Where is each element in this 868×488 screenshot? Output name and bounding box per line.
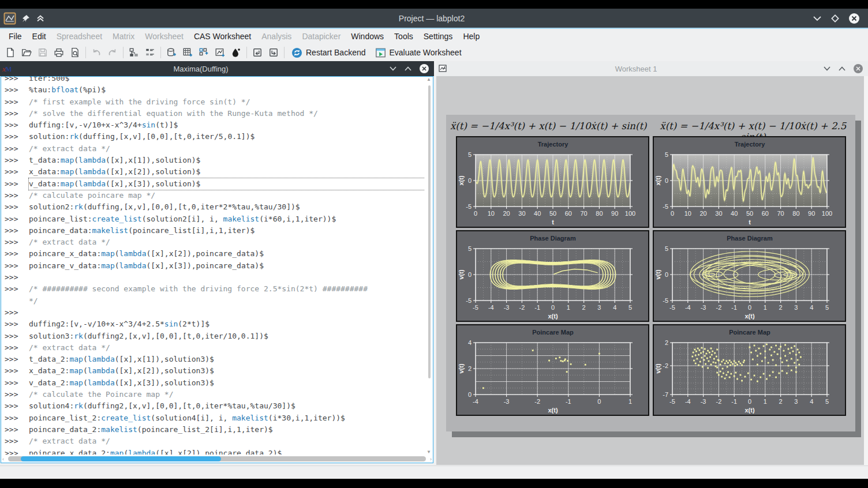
window-title: Project — labplot2 <box>73 14 791 23</box>
svg-text:-2: -2 <box>534 398 540 405</box>
svg-text:-1: -1 <box>566 398 571 405</box>
maxima-logo-icon: xM <box>0 64 13 73</box>
code-line: >>> <box>5 272 425 283</box>
menu-edit[interactable]: Edit <box>27 30 51 43</box>
plot-svg-poincare-2: -5-4-3-2-10123452-2-7Poincare Mapx(t)v(t… <box>654 325 845 415</box>
worksheet-minimize-button[interactable] <box>823 66 831 72</box>
scroll-right-arrow-icon[interactable]: › <box>430 456 432 462</box>
import-button[interactable] <box>249 45 265 60</box>
plot-panel-poincare-1[interactable]: -4-3-2-101024Poincare Mapx(t)v(t) <box>456 324 649 416</box>
properties-explorer-button[interactable] <box>142 45 158 60</box>
editor-horizontal-scrollbar[interactable] <box>8 456 426 461</box>
restart-backend-icon <box>291 47 302 58</box>
new-worksheet-button[interactable] <box>212 45 228 60</box>
worksheet-scrollbar-track[interactable] <box>864 76 868 465</box>
svg-text:Phase Diagram: Phase Diagram <box>727 235 773 242</box>
menu-windows[interactable]: Windows <box>346 30 389 43</box>
svg-text:1: 1 <box>764 398 767 405</box>
evaluate-worksheet-button[interactable]: Evaluate Worksheet <box>371 45 466 60</box>
open-folder-button[interactable] <box>18 45 35 60</box>
print-button[interactable] <box>51 45 67 60</box>
new-worksheet-icon <box>215 47 225 58</box>
code-line-text: solution2:rk(duffing,[x,v],[0,0],[t,0,it… <box>29 201 425 213</box>
plot-panel-trajectory-1[interactable]: 0102030405060708090100-505Trajectorytx(t… <box>456 136 649 228</box>
pin-icon[interactable] <box>22 14 30 22</box>
svg-text:0: 0 <box>597 398 601 405</box>
worksheet-restore-button[interactable] <box>838 66 846 72</box>
minimize-button[interactable] <box>813 15 822 22</box>
plot-panel-trajectory-2[interactable]: 0102030405060708090100-505Trajectorytx(t… <box>653 136 846 228</box>
prompt: >>> <box>5 307 29 318</box>
svg-text:Poincare Map: Poincare Map <box>532 329 574 336</box>
restart-backend-button[interactable]: Restart Backend <box>287 45 371 60</box>
code-line-text: */ <box>29 295 425 307</box>
maximize-button[interactable] <box>831 14 839 22</box>
toolbar-separator <box>246 47 247 58</box>
plot-panel-poincare-2[interactable]: -5-4-3-2-10123452-2-7Poincare Mapx(t)v(t… <box>653 324 846 416</box>
plot-panel-phase-2[interactable]: -5-4-3-2-1012345-505Phase Diagramx(t)v(t… <box>653 230 846 322</box>
cas-subwindow-titlebar[interactable]: xM Maxima(Duffing) <box>0 61 434 76</box>
menu-cas-worksheet[interactable]: CAS Worksheet <box>189 30 256 43</box>
editor-vertical-scrollbar[interactable]: ▲ ▼ <box>427 78 432 453</box>
horizontal-scroll-thumb[interactable] <box>21 456 222 461</box>
svg-text:5: 5 <box>665 151 668 158</box>
scroll-up-arrow-icon[interactable]: ▲ <box>426 77 431 82</box>
code-line-text: solution3:rk(duffing2,[x,v],[0,0],[t,0,i… <box>29 331 425 342</box>
new-file-button[interactable] <box>2 45 18 60</box>
cas-minimize-button[interactable] <box>389 66 397 72</box>
svg-text:v(t): v(t) <box>654 269 661 279</box>
code-line: >>>/* calculate poincare map */ <box>5 190 425 201</box>
labplot-window: Project — labplot2 FileEditSpreadsheetMa… <box>0 9 868 479</box>
cas-worksheet-subwindow: xM Maxima(Duffing) >>>iter:500$>>>%tau:b… <box>0 61 434 465</box>
svg-text:x(t): x(t) <box>548 407 558 414</box>
new-workbook-button[interactable] <box>196 45 212 60</box>
scroll-down-arrow-icon[interactable]: ▼ <box>426 449 431 455</box>
svg-text:2: 2 <box>665 339 668 346</box>
svg-text:-1: -1 <box>731 304 737 311</box>
undo-button <box>88 45 104 60</box>
svg-text:-2: -2 <box>716 304 722 311</box>
svg-text:90: 90 <box>808 210 815 217</box>
prompt: >>> <box>5 424 29 436</box>
cas-close-button[interactable] <box>419 63 429 74</box>
plot-svg-trajectory-2: 0102030405060708090100-505Trajectorytx(t… <box>654 137 845 227</box>
worksheet-close-button[interactable] <box>853 63 863 74</box>
toolbar-separator <box>160 47 161 58</box>
cas-restore-button[interactable] <box>404 66 412 72</box>
svg-text:x(t): x(t) <box>744 407 754 414</box>
prompt: >>> <box>5 84 29 96</box>
svg-text:30: 30 <box>715 210 722 217</box>
print-preview-button[interactable] <box>67 45 83 60</box>
menu-settings[interactable]: Settings <box>418 30 458 43</box>
code-line: >>>v_data_2:map(lambda([x],x[3]),solutio… <box>5 377 425 389</box>
svg-text:5: 5 <box>825 304 829 311</box>
new-matrix-button[interactable] <box>179 45 196 60</box>
new-spreadsheet-button[interactable] <box>163 45 179 60</box>
plot-panel-phase-1[interactable]: -5-4-3-2-1012345-505Phase Diagramx(t)v(t… <box>456 230 649 322</box>
menu-file[interactable]: File <box>3 30 27 43</box>
new-matrix-icon <box>182 47 193 58</box>
prompt: >>> <box>5 354 29 365</box>
color-drop-button[interactable] <box>228 45 244 60</box>
project-explorer-button[interactable] <box>126 45 142 60</box>
menu-tools[interactable]: Tools <box>389 30 418 43</box>
menu-matrix: Matrix <box>107 30 140 43</box>
svg-text:M: M <box>5 65 11 73</box>
scroll-left-arrow-icon[interactable]: ‹ <box>2 456 4 462</box>
menu-help[interactable]: Help <box>458 30 485 43</box>
maxima-code-area[interactable]: >>>iter:500$>>>%tau:bfloat(%pi)$>>>/* fi… <box>5 77 425 455</box>
maxima-session-editor[interactable]: >>>iter:500$>>>%tau:bfloat(%pi)$>>>/* fi… <box>1 76 433 463</box>
unroll-icon[interactable] <box>36 14 45 22</box>
worksheet-page: ẍ(t) = −1/4x³(t) + x(t) − 1/10ẋ(t) + sin… <box>446 115 855 431</box>
svg-text:-5: -5 <box>473 304 478 311</box>
svg-text:4: 4 <box>810 304 813 311</box>
svg-text:0: 0 <box>468 177 472 184</box>
export-button[interactable] <box>265 45 282 60</box>
code-line-text: poincare_x_data:map(lambda([x],x[2]),poi… <box>29 248 425 260</box>
code-line-text: %tau:bfloat(%pi)$ <box>29 84 425 96</box>
close-button[interactable] <box>848 13 860 24</box>
code-line: >>>/* calculate the Poincare map */ <box>5 389 425 400</box>
worksheet-subwindow-titlebar[interactable]: Worksheet 1 <box>436 61 868 77</box>
svg-text:-5: -5 <box>663 297 668 304</box>
vertical-scroll-thumb[interactable] <box>428 85 431 378</box>
